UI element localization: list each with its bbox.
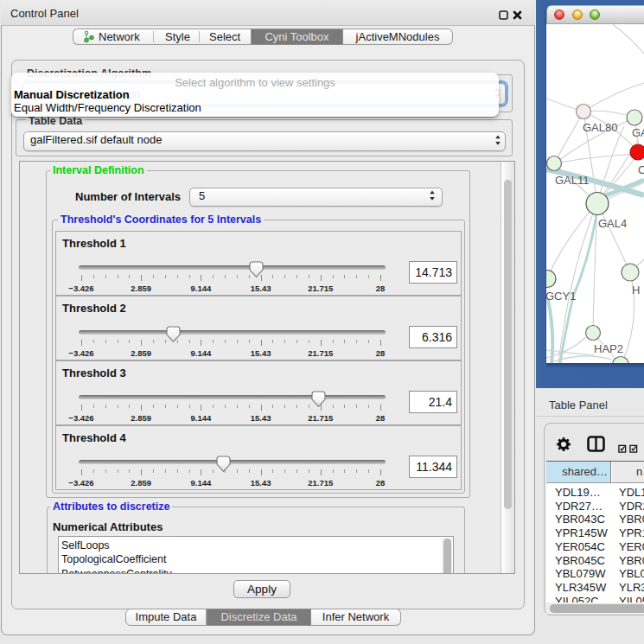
svg-text:HAP2: HAP2 xyxy=(594,342,623,355)
svg-text:GAL80: GAL80 xyxy=(583,121,617,134)
svg-text:C: C xyxy=(638,163,644,176)
svg-text:GAL11: GAL11 xyxy=(555,174,590,187)
svg-text:GAL4: GAL4 xyxy=(598,217,627,230)
svg-text:GA: GA xyxy=(632,126,644,139)
svg-text:H: H xyxy=(632,284,640,296)
svg-text:GCY1: GCY1 xyxy=(546,290,576,303)
